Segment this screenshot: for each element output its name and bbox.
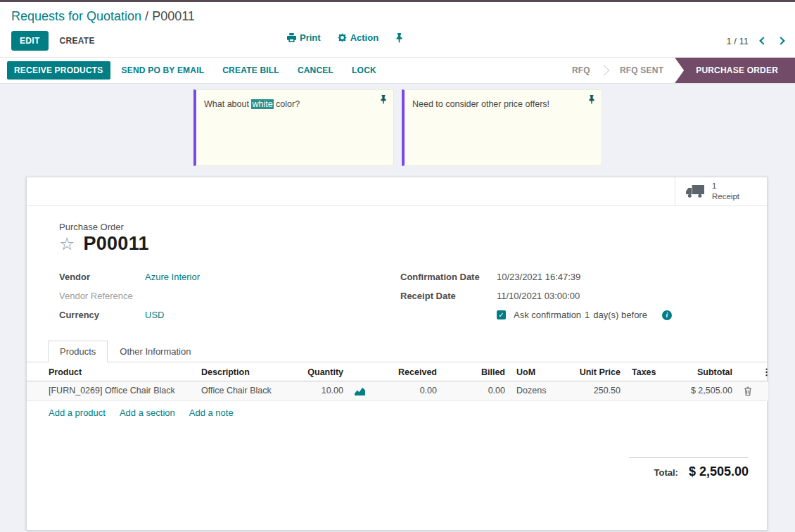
cell-subtotal[interactable]: $ 2,505.00 <box>675 381 738 401</box>
ask-confirmation-text: Ask confirmation <box>514 310 581 320</box>
breadcrumb-parent-link[interactable]: Requests for Quotation <box>11 9 141 23</box>
record-pager: 1 / 11 <box>726 36 784 46</box>
cell-product[interactable]: [FURN_0269] Office Chair Black <box>27 381 196 401</box>
breadcrumb-current: P00011 <box>152 9 195 23</box>
line-add-links: Add a product Add a section Add a note <box>27 401 767 418</box>
receipt-date-label: Receipt Date <box>400 291 497 301</box>
note1-highlight: white <box>251 99 273 109</box>
printer-icon <box>287 33 296 42</box>
col-billed[interactable]: Billed <box>443 362 511 381</box>
field-group-right: Confirmation Date 10/23/2021 16:47:39 Re… <box>400 272 746 329</box>
receipt-count: 1 <box>712 181 739 191</box>
print-label: Print <box>300 32 321 43</box>
status-rfq[interactable]: RFQ <box>561 58 602 83</box>
info-icon: i <box>662 310 672 320</box>
print-button[interactable]: Print <box>287 32 321 43</box>
col-forecast-spacer <box>349 362 374 381</box>
currency-value-link[interactable]: USD <box>145 310 164 320</box>
total-amount: $ 2,505.00 <box>689 464 749 479</box>
cell-quantity[interactable]: 10.00 <box>301 381 349 401</box>
confirmation-date-label: Confirmation Date <box>400 272 497 282</box>
note1-pin-button[interactable] <box>380 95 387 106</box>
cell-uom[interactable]: Dozens <box>511 381 567 401</box>
trash-icon[interactable] <box>744 386 752 396</box>
title-block: Purchase Order ☆ P00011 <box>27 206 767 255</box>
action-label: Action <box>350 32 379 43</box>
cell-kebab-spacer <box>756 381 768 401</box>
col-product[interactable]: Product <box>27 362 196 381</box>
currency-label: Currency <box>59 310 145 320</box>
add-section-link[interactable]: Add a section <box>120 407 175 418</box>
cell-billed[interactable]: 0.00 <box>443 381 511 401</box>
send-po-by-email-button[interactable]: SEND PO BY EMAIL <box>115 61 212 80</box>
receipt-label: Receipt <box>712 191 739 202</box>
notebook-tabs: Products Other Information <box>27 341 767 362</box>
add-note-link[interactable]: Add a note <box>189 407 234 418</box>
col-taxes[interactable]: Taxes <box>626 362 675 381</box>
optional-columns-toggle-icon[interactable]: ⋮ <box>756 362 768 381</box>
gear-icon <box>338 33 347 42</box>
create-button[interactable]: CREATE <box>54 32 101 50</box>
cell-forecast[interactable] <box>349 381 374 401</box>
pushpin-icon <box>588 95 595 104</box>
col-delete-spacer <box>738 362 756 381</box>
tab-other-information[interactable]: Other Information <box>108 341 203 362</box>
table-header-row: Product Description Quantity Received Bi… <box>27 362 768 381</box>
cell-received[interactable]: 0.00 <box>374 381 443 401</box>
note2-pin-button[interactable] <box>588 95 595 106</box>
cell-description[interactable]: Office Chair Black <box>196 381 301 401</box>
breadcrumb-separator: / <box>141 9 152 23</box>
receipt-smart-button[interactable]: 1 Receipt <box>675 177 767 205</box>
vendor-value-link[interactable]: Azure Interior <box>145 272 200 282</box>
col-unit-price[interactable]: Unit Price <box>567 362 626 381</box>
control-panel-buttons: EDIT CREATE Print Action <box>11 28 784 57</box>
field-vendor: Vendor Azure Interior <box>59 272 400 284</box>
pager-previous-button[interactable] <box>759 37 767 44</box>
create-bill-button[interactable]: CREATE BILL <box>215 61 286 80</box>
note1-text: What about white color? <box>204 99 300 109</box>
status-rfq-sent[interactable]: RFQ SENT <box>609 58 675 83</box>
record-name: P00011 <box>83 233 148 255</box>
order-line-row[interactable]: [FURN_0269] Office Chair Black Office Ch… <box>27 381 768 401</box>
cancel-button[interactable]: CANCEL <box>291 61 341 80</box>
note-card-2[interactable]: Need to consider other price offers! <box>402 89 602 166</box>
action-button[interactable]: Action <box>338 32 379 43</box>
forecast-chart-icon[interactable] <box>355 386 365 395</box>
ask-confirmation-checkbox[interactable]: ✓ <box>497 310 506 319</box>
col-description[interactable]: Description <box>196 362 301 381</box>
cell-unit-price[interactable]: 250.50 <box>567 381 626 401</box>
add-product-link[interactable]: Add a product <box>49 407 106 418</box>
note-card-1[interactable]: What about white color? <box>193 89 394 166</box>
cell-taxes[interactable] <box>626 381 675 401</box>
col-quantity[interactable]: Quantity <box>301 362 349 381</box>
field-confirmation-date: Confirmation Date 10/23/2021 16:47:39 <box>400 272 746 284</box>
total-label: Total: <box>654 467 678 478</box>
lock-button[interactable]: LOCK <box>345 61 383 80</box>
field-ask-confirmation: ✓ Ask confirmation 1 day(s) before i <box>400 310 746 322</box>
odoo-window: Requests for Quotation / P00011 EDIT CRE… <box>0 0 795 531</box>
favorite-star-icon[interactable]: ☆ <box>59 235 75 253</box>
edit-button[interactable]: EDIT <box>11 31 49 51</box>
tab-products[interactable]: Products <box>48 341 108 362</box>
order-lines-table: Product Description Quantity Received Bi… <box>27 362 768 401</box>
note2-text: Need to consider other price offers! <box>412 99 549 109</box>
pin-toggle-button[interactable] <box>395 33 403 43</box>
col-uom[interactable]: UoM <box>511 362 567 381</box>
receive-products-button[interactable]: RECEIVE PRODUCTS <box>7 61 110 80</box>
field-currency: Currency USD <box>59 310 400 322</box>
col-received[interactable]: Received <box>374 362 443 381</box>
col-subtotal[interactable]: Subtotal <box>675 362 738 381</box>
receipt-date-value[interactable]: 11/10/2021 03:00:00 <box>497 291 580 301</box>
cell-delete[interactable] <box>738 381 756 401</box>
ask-confirmation-suffix: day(s) before <box>593 310 647 320</box>
pager-next-button[interactable] <box>777 37 784 44</box>
field-receipt-date: Receipt Date 11/10/2021 03:00:00 <box>400 291 746 303</box>
field-group-left: Vendor Azure Interior Vendor Reference C… <box>59 272 400 329</box>
status-purchase-order[interactable]: PURCHASE ORDER <box>675 58 795 83</box>
statusbar-row: RECEIVE PRODUCTS SEND PO BY EMAIL CREATE… <box>0 57 795 84</box>
notes-row: What about white color? Need to consider… <box>193 89 795 166</box>
field-groups: Vendor Azure Interior Vendor Reference C… <box>27 255 767 329</box>
ask-confirmation-days-value[interactable]: 1 <box>585 310 590 320</box>
confirmation-date-value[interactable]: 10/23/2021 16:47:39 <box>497 272 580 282</box>
truck-icon <box>686 185 704 198</box>
